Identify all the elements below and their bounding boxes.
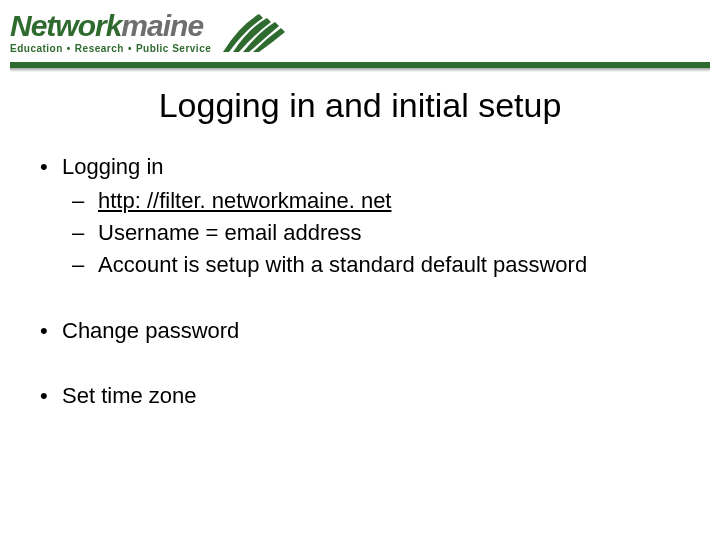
header-rule [10,62,710,72]
tagline-dot: • [128,43,132,54]
leaf-icon [219,8,289,54]
bullet-text: Logging in [62,154,164,179]
logo-row: Networkmaine Education•Research•Public S… [10,8,710,58]
slide-header: Networkmaine Education•Research•Public S… [0,0,720,72]
bullet-text: Set time zone [62,383,197,408]
sub-bullet-text: Account is setup with a standard default… [98,252,587,277]
tagline-word-1: Education [10,43,63,54]
sub-bullet-item: http: //filter. networkmaine. net [62,185,686,217]
brand-wordmark: Networkmaine [10,11,211,41]
slide-title: Logging in and initial setup [34,86,686,125]
bullet-list: Logging in http: //filter. networkmaine.… [34,151,686,412]
brand-tagline: Education•Research•Public Service [10,43,211,54]
logo-text-block: Networkmaine Education•Research•Public S… [10,11,211,54]
sub-bullet-text: Username = email address [98,220,362,245]
bullet-text: Change password [62,318,239,343]
bullet-item: Change password [34,315,686,347]
bullet-item: Logging in http: //filter. networkmaine.… [34,151,686,281]
sub-bullet-item: Username = email address [62,217,686,249]
sub-bullet-list: http: //filter. networkmaine. net Userna… [62,185,686,281]
bullet-item: Set time zone [34,380,686,412]
brand-part2: maine [121,11,203,41]
tagline-dot: • [67,43,71,54]
sub-bullet-item: Account is setup with a standard default… [62,249,686,281]
slide-content: Logging in and initial setup Logging in … [0,72,720,412]
tagline-word-3: Public Service [136,43,211,54]
login-url-link[interactable]: http: //filter. networkmaine. net [98,188,391,213]
brand-part1: Network [10,11,121,41]
tagline-word-2: Research [75,43,124,54]
